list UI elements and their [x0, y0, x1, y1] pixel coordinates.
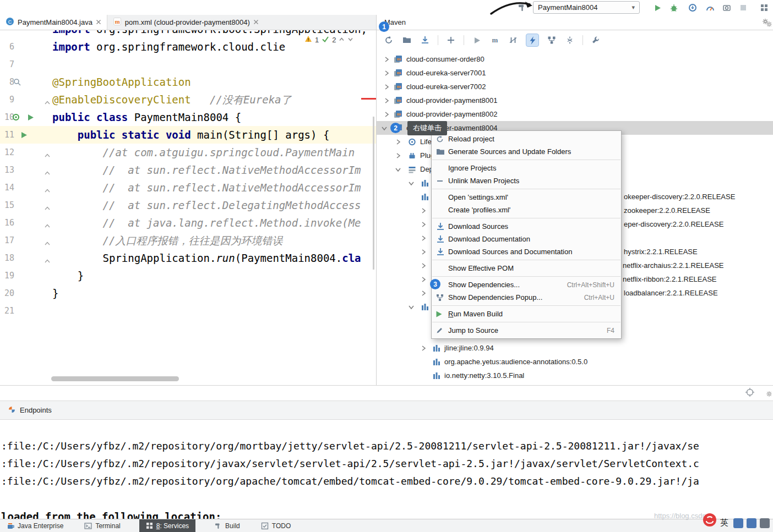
menu-item-show-effective-pom[interactable]: Show Effective POM	[432, 262, 621, 275]
tree-item-label: io.netty:netty:3.10.5.Final	[444, 369, 524, 382]
services-grid-icon[interactable]	[759, 2, 770, 13]
editor-scrollbar[interactable]	[373, 117, 374, 270]
menu-item-unlink-maven-projects[interactable]: Unlink Maven Projects	[432, 174, 621, 187]
menu-item-show-dependencies-popup[interactable]: Show Dependencies Popup...Ctrl+Alt+U	[432, 291, 621, 304]
chevron-right-icon[interactable]	[420, 207, 427, 214]
panel-hide-icon[interactable]	[766, 390, 772, 399]
chevron-right-icon[interactable]	[383, 111, 390, 118]
maven-tree-row[interactable]: mcloud-eureka-server7002	[377, 80, 773, 94]
run-green-icon	[436, 310, 448, 318]
ime-settings-icon[interactable]	[747, 518, 756, 528]
download-icon	[436, 247, 448, 257]
fold-icon[interactable]	[45, 255, 50, 260]
coverage-icon[interactable]	[687, 2, 698, 13]
chevron-right-icon[interactable]	[420, 262, 427, 269]
chevron-down-icon[interactable]	[381, 125, 388, 131]
maven-tree-row[interactable]: io.netty:netty:3.10.5.Final	[377, 369, 773, 382]
ime-lang-indicator[interactable]: 英	[720, 518, 728, 528]
chevron-right-icon[interactable]	[395, 152, 401, 159]
horizontal-scrollbar[interactable]	[51, 376, 179, 381]
dump-icon[interactable]	[721, 2, 732, 13]
close-icon[interactable]	[96, 18, 101, 26]
library-icon	[421, 179, 429, 187]
ime-keyboard-icon[interactable]	[733, 518, 743, 528]
close-icon[interactable]	[253, 18, 259, 26]
target-icon[interactable]	[745, 387, 755, 399]
statusbar-terminal[interactable]: Terminal	[82, 519, 122, 532]
statusbar-build[interactable]: Build	[212, 519, 242, 532]
chevron-right-icon[interactable]	[420, 235, 427, 242]
run-icon[interactable]	[652, 2, 663, 13]
chevron-right-icon[interactable]	[420, 290, 427, 297]
chevron-down-icon[interactable]	[408, 304, 415, 310]
unlink-icon	[436, 177, 448, 185]
maven-tree-row[interactable]: jline:jline:0.9.94	[377, 341, 773, 355]
panel-hide-icon[interactable]	[766, 20, 772, 30]
fold-icon[interactable]	[45, 97, 50, 101]
edit-icon	[436, 326, 448, 334]
menu-item-label: Create 'profiles.xml'	[448, 206, 510, 214]
statusbar-8-services[interactable]: 8: Services	[139, 519, 195, 532]
tab-pom-xml[interactable]: m pom.xml (cloud-provider-payment8004)	[107, 15, 264, 30]
chevron-right-icon[interactable]	[420, 249, 427, 255]
chevron-right-icon[interactable]	[395, 139, 401, 145]
tab-paymentmain8004-java[interactable]: C PaymentMain8004.java	[0, 15, 107, 30]
maven-tree-row[interactable]: mcloud-provider-payment8001	[377, 94, 773, 107]
stop-icon[interactable]	[738, 2, 749, 13]
prev-problem-icon[interactable]	[339, 36, 345, 44]
fold-icon[interactable]	[45, 150, 50, 154]
menu-item-jump-to-source[interactable]: Jump to SourceF4	[432, 324, 621, 337]
maven-tree-row[interactable]: mcloud-provider-payment8002	[377, 107, 773, 121]
menu-item-run-maven-build[interactable]: Run Maven Build	[432, 308, 621, 320]
fold-icon[interactable]	[45, 202, 50, 207]
menu-item-open-settings-xml[interactable]: Open 'settings.xml'	[432, 191, 621, 204]
run-config-select[interactable]: PaymentMain8004 ▾	[533, 1, 640, 14]
chevron-right-icon[interactable]	[383, 97, 390, 104]
menu-item-ignore-projects[interactable]: Ignore Projects	[432, 162, 621, 174]
bean-gutter-icon[interactable]	[12, 113, 21, 122]
chevron-right-icon[interactable]	[383, 70, 390, 76]
chevron-right-icon[interactable]	[420, 276, 427, 283]
menu-item-download-sources[interactable]: Download Sources	[432, 220, 621, 233]
maven-tree-row[interactable]: mcloud-eureka-server7001	[377, 66, 773, 80]
statusbar-java-enterprise[interactable]: Java Enterprise	[4, 519, 66, 532]
chevron-right-icon[interactable]	[383, 56, 390, 63]
fold-icon[interactable]	[45, 220, 50, 224]
chevron-down-icon[interactable]	[408, 180, 415, 187]
statusbar-todo[interactable]: TODO	[259, 519, 293, 532]
menu-separator	[432, 160, 620, 160]
chevron-right-icon[interactable]	[420, 345, 427, 352]
menu-item-create-profiles-xml[interactable]: Create 'profiles.xml'	[432, 204, 621, 216]
code-line: // at java.lang.reflect.Method.invoke(Me	[52, 214, 361, 232]
chevron-right-icon[interactable]	[383, 84, 390, 90]
run-gutter-icon[interactable]	[21, 131, 30, 140]
endpoints-label[interactable]: Endpoints	[20, 406, 52, 414]
fold-icon[interactable]	[45, 238, 50, 242]
code-line: // at sun.reflect.NativeMethodAccessorIm	[52, 179, 361, 196]
menu-item-download-sources-and-documentation[interactable]: Download Sources and Documentation	[432, 245, 621, 258]
fold-icon[interactable]	[45, 167, 50, 172]
chevron-down-icon[interactable]	[395, 166, 401, 173]
svg-text:C: C	[8, 19, 12, 25]
code-line: // at sun.reflect.DelegatingMethodAccess	[52, 196, 361, 214]
line-number: 7	[0, 56, 14, 73]
menu-item-generate-sources-and-update-folders[interactable]: Generate Sources and Update Folders	[432, 145, 621, 158]
inspection-widget[interactable]: 1 2	[301, 33, 357, 46]
svg-text:m: m	[115, 18, 119, 25]
chevron-right-icon[interactable]	[420, 221, 427, 228]
download-icon	[436, 222, 448, 232]
fold-icon[interactable]	[45, 185, 50, 189]
dependencies-icon	[408, 165, 416, 173]
next-problem-icon[interactable]	[347, 36, 353, 44]
maven-tree-row[interactable]: mcloud-consumer-order80	[377, 52, 773, 66]
search-gutter-icon[interactable]	[13, 78, 22, 87]
menu-item-show-dependencies[interactable]: Show Dependencies...Ctrl+Alt+Shift+U	[432, 278, 621, 291]
menu-item-reload-project[interactable]: Reload project	[432, 133, 621, 145]
maven-tree-row[interactable]: org.apache.yetus:audience-annotations:0.…	[377, 355, 773, 369]
debug-icon[interactable]	[668, 2, 679, 13]
menu-item-download-documentation[interactable]: Download Documentation	[432, 233, 621, 245]
profiler-icon[interactable]	[705, 2, 716, 13]
run-gutter-icon[interactable]	[28, 113, 36, 122]
ime-more-icon[interactable]	[760, 518, 770, 528]
code-editor[interactable]: import org.springframework.boot.SpringAp…	[0, 30, 376, 385]
